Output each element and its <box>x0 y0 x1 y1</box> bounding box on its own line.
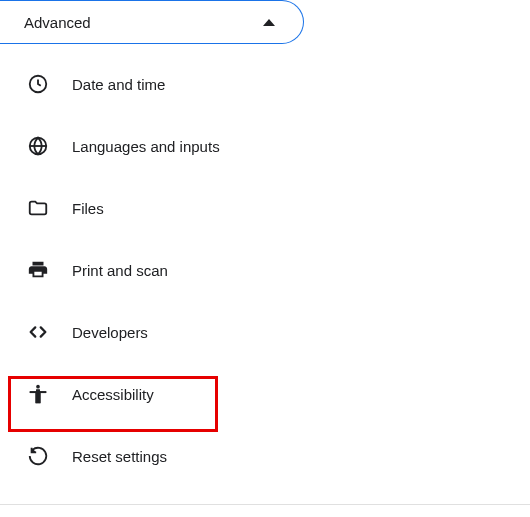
svg-rect-3 <box>37 393 39 403</box>
reset-icon <box>26 444 50 468</box>
menu-item-label: Print and scan <box>72 262 168 279</box>
menu-item-label: Developers <box>72 324 148 341</box>
menu-item-print-scan[interactable]: Print and scan <box>0 246 530 294</box>
menu-item-label: Date and time <box>72 76 165 93</box>
menu-item-files[interactable]: Files <box>0 184 530 232</box>
menu-item-label: Accessibility <box>72 386 154 403</box>
menu-item-accessibility[interactable]: Accessibility <box>0 370 530 418</box>
advanced-label: Advanced <box>24 14 91 31</box>
caret-up-icon <box>263 19 275 26</box>
advanced-menu: Date and time Languages and inputs Files… <box>0 60 530 480</box>
menu-item-languages[interactable]: Languages and inputs <box>0 122 530 170</box>
menu-item-date-time[interactable]: Date and time <box>0 60 530 108</box>
divider <box>0 504 530 505</box>
menu-item-label: Languages and inputs <box>72 138 220 155</box>
advanced-section-header[interactable]: Advanced <box>0 0 304 44</box>
printer-icon <box>26 258 50 282</box>
clock-icon <box>26 72 50 96</box>
globe-icon <box>26 134 50 158</box>
menu-item-label: Files <box>72 200 104 217</box>
accessibility-icon <box>26 382 50 406</box>
menu-item-reset[interactable]: Reset settings <box>0 432 530 480</box>
folder-icon <box>26 196 50 220</box>
svg-point-2 <box>36 385 40 389</box>
code-icon <box>26 320 50 344</box>
menu-item-developers[interactable]: Developers <box>0 308 530 356</box>
menu-item-label: Reset settings <box>72 448 167 465</box>
